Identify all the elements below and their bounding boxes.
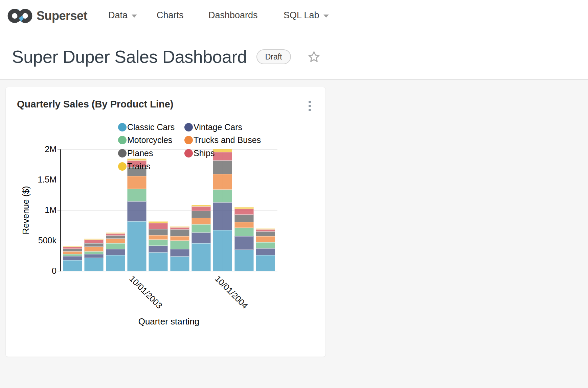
bar-segment-ships — [84, 240, 104, 243]
y-axis-tick-label: 1.5M — [19, 175, 56, 185]
bar-segment-motorcycles — [84, 251, 104, 254]
legend-item-planes[interactable]: Planes — [118, 147, 184, 160]
legend-swatch-icon — [184, 123, 193, 131]
bar-segment-motorcycles — [63, 254, 82, 256]
bar-segment-trucks-and-buses — [63, 251, 82, 254]
bar-segment-trains — [234, 207, 254, 209]
bar-segment-motorcycles — [256, 242, 275, 248]
bar-segment-trains — [149, 221, 168, 223]
chart-card: Quarterly Sales (By Product Line) Revenu… — [5, 87, 326, 357]
bar-segment-trains — [84, 239, 104, 239]
nav-item-charts[interactable]: Charts — [157, 10, 184, 21]
bar-segment-trucks-and-buses — [106, 239, 125, 243]
nav-item-dashboards[interactable]: Dashboards — [208, 10, 258, 21]
caret-down-icon — [132, 15, 137, 18]
y-axis-line — [60, 149, 61, 271]
star-outline-icon[interactable] — [307, 50, 321, 64]
bar-segment-trucks-and-buses — [191, 218, 211, 224]
bar-segment-motorcycles — [213, 190, 232, 202]
legend-label: Motorcycles — [127, 135, 172, 145]
bar-segment-vintage-cars — [106, 249, 125, 255]
bar-segment-classic-cars — [170, 257, 189, 271]
y-axis-tick — [58, 241, 60, 241]
bar-segment-trains — [256, 228, 275, 229]
bar-segment-trains — [63, 246, 82, 247]
bar-segment-vintage-cars — [234, 236, 254, 250]
bar-segment-motorcycles — [149, 240, 168, 246]
bar-segment-classic-cars — [234, 250, 254, 271]
bar-segment-classic-cars — [149, 252, 168, 271]
bar-segment-vintage-cars — [127, 201, 146, 221]
y-axis-tick-label: 2M — [19, 144, 56, 154]
y-axis-tick-label: 500k — [19, 236, 56, 245]
bar-segment-planes — [170, 229, 189, 236]
legend-swatch-icon — [118, 162, 127, 171]
bar-segment-planes — [149, 229, 168, 235]
x-axis-title: Quarter starting — [138, 316, 200, 327]
bar-segment-vintage-cars — [149, 246, 168, 252]
bar-segment-ships — [234, 209, 254, 215]
chart-legend: Classic CarsVintage CarsMotorcyclesTruck… — [118, 121, 261, 173]
bar-segment-trains — [170, 226, 189, 227]
bar-segment-ships — [170, 227, 189, 229]
bar-segment-planes — [234, 215, 254, 222]
bar-segment-classic-cars — [191, 243, 211, 271]
legend-item-motorcycles[interactable]: Motorcycles — [118, 134, 184, 147]
bar-segment-planes — [84, 243, 104, 247]
bar-segment-vintage-cars — [63, 256, 82, 260]
legend-label: Ships — [194, 148, 215, 158]
legend-swatch-icon — [184, 136, 193, 144]
y-axis-tick-label: 0 — [19, 266, 56, 276]
bar-segment-classic-cars — [256, 255, 275, 271]
legend-item-ships[interactable]: Ships — [184, 147, 261, 160]
quarterly-sales-chart: Revenue ($) Quarter starting Classic Car… — [6, 87, 326, 357]
legend-swatch-icon — [118, 123, 127, 131]
y-axis-tick — [58, 271, 60, 271]
bar-segment-ships — [149, 223, 168, 229]
superset-logo[interactable]: Superset — [7, 7, 87, 25]
bar-segment-ships — [191, 207, 211, 211]
bar-segment-motorcycles — [170, 241, 189, 249]
bar-segment-ships — [63, 247, 82, 249]
nav-item-label: Dashboards — [208, 10, 258, 21]
brand-name: Superset — [37, 9, 87, 23]
bar-segment-trucks-and-buses — [84, 247, 104, 251]
x-axis-baseline — [61, 271, 277, 271]
bar-segment-vintage-cars — [213, 202, 232, 230]
bar-segment-classic-cars — [84, 258, 104, 271]
bar-segment-vintage-cars — [170, 249, 189, 257]
bar-segment-classic-cars — [106, 255, 125, 271]
app-header: Superset Data Charts Dashboards SQL Lab … — [0, 0, 588, 80]
bar-segment-motorcycles — [106, 243, 125, 249]
nav-item-label: Charts — [157, 10, 184, 21]
bar-segment-trains — [106, 233, 125, 234]
gridline-horizontal — [61, 180, 277, 180]
bar-segment-classic-cars — [213, 230, 232, 271]
y-axis-tick-label: 1M — [19, 205, 56, 215]
legend-item-trucks-and-buses[interactable]: Trucks and Buses — [184, 134, 261, 147]
bar-segment-trucks-and-buses — [149, 235, 168, 240]
bar-segment-vintage-cars — [191, 233, 211, 243]
legend-item-vintage-cars[interactable]: Vintage Cars — [184, 121, 261, 134]
legend-swatch-icon — [118, 149, 127, 157]
y-axis-tick — [58, 180, 60, 180]
bar-segment-vintage-cars — [84, 254, 104, 258]
bar-segment-motorcycles — [191, 224, 211, 232]
bar-segment-trucks-and-buses — [170, 236, 189, 241]
legend-swatch-icon — [118, 136, 127, 144]
bar-segment-planes — [106, 236, 125, 239]
bar-segment-trucks-and-buses — [127, 176, 146, 189]
legend-item-trains[interactable]: Trains — [118, 160, 184, 173]
page-title: Super Duper Sales Dashboard — [12, 47, 247, 67]
legend-item-classic-cars[interactable]: Classic Cars — [118, 121, 184, 134]
bar-segment-trucks-and-buses — [256, 236, 275, 242]
bar-segment-planes — [256, 232, 275, 236]
legend-label: Classic Cars — [127, 122, 175, 132]
nav-item-sql-lab[interactable]: SQL Lab — [284, 10, 329, 21]
legend-label: Planes — [127, 148, 153, 158]
x-axis-tick-label: 10/01/2004 — [213, 274, 250, 311]
bar-segment-classic-cars — [127, 221, 146, 271]
nav-item-data[interactable]: Data — [108, 10, 137, 21]
bar-segment-trucks-and-buses — [213, 174, 232, 190]
nav-item-label: Data — [108, 10, 128, 21]
